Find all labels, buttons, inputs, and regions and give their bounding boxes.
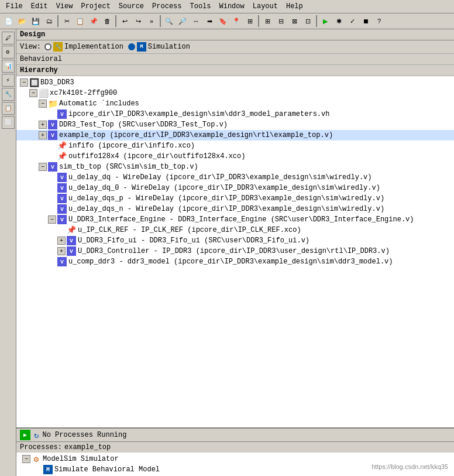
delete-btn[interactable]: 🗑 bbox=[101, 15, 114, 28]
status-text: No Processes Running bbox=[42, 431, 126, 439]
menu-source[interactable]: Source bbox=[115, 1, 147, 12]
copy-btn[interactable]: 📋 bbox=[74, 15, 87, 28]
paste-btn[interactable]: 📌 bbox=[87, 15, 100, 28]
tree-item-label: infifo (ipcore_dir\infifo.xco) bbox=[68, 142, 195, 150]
menu-view[interactable]: View bbox=[53, 1, 77, 12]
cut-btn[interactable]: ✂ bbox=[60, 15, 73, 28]
bookmark-btn[interactable]: 🔖 bbox=[216, 15, 229, 28]
processes-target: example_top bbox=[64, 443, 111, 451]
proc-collapse-btn[interactable]: − bbox=[22, 455, 30, 463]
save-all-btn[interactable]: 🗂 bbox=[43, 15, 56, 28]
side-btn-2[interactable]: ⚙ bbox=[2, 46, 15, 59]
collapse-btn[interactable]: − bbox=[39, 100, 47, 108]
expand-btn[interactable]: + bbox=[57, 247, 66, 255]
tree-item[interactable]: −vsim_tb_top (SRC\sim\sim_tb_top.v) bbox=[16, 162, 454, 172]
replace-btn[interactable]: ↔ bbox=[190, 15, 202, 28]
check-btn[interactable]: ✓ bbox=[346, 15, 359, 28]
tree-item-label: u_delay_dqs_n - WireDelay (ipcore_dir\IP… bbox=[68, 205, 384, 213]
grid-btn[interactable]: ⊞ bbox=[261, 15, 274, 28]
expand-btn[interactable]: + bbox=[39, 121, 47, 129]
find-btn[interactable]: 🔎 bbox=[176, 15, 189, 28]
collapse-btn[interactable]: − bbox=[39, 163, 47, 171]
side-btn-5[interactable]: 🔧 bbox=[2, 88, 15, 101]
menu-tools[interactable]: Tools bbox=[187, 1, 215, 12]
collapse-btn[interactable]: − bbox=[20, 78, 28, 87]
tree-item-label: u_delay_dq - WireDelay (ipcore_dir\IP_DD… bbox=[68, 173, 372, 182]
help2-btn[interactable]: ? bbox=[373, 15, 386, 28]
tree-item[interactable]: 📌u_IP_CLK_REF - IP_CLK_REF (ipcore_dir\I… bbox=[16, 225, 454, 235]
expand-btn[interactable]: + bbox=[57, 237, 66, 245]
tree-item-label: U_DDR3_Controller - IP_DDR3 (ipcore_dir\… bbox=[78, 247, 390, 255]
node-icon: 📌 bbox=[57, 152, 67, 161]
radio-impl-circle bbox=[44, 43, 51, 50]
proc-icon: ⚙ bbox=[32, 454, 41, 464]
tree-item[interactable]: +vU_DDR3_Fifo_ui - DDR3_Fifo_ui (SRC\use… bbox=[16, 235, 454, 246]
new-btn[interactable]: 📄 bbox=[2, 15, 15, 28]
tree-item[interactable]: vu_delay_dqs_n - WireDelay (ipcore_dir\I… bbox=[16, 204, 454, 214]
toolbar: 📄 📂 💾 🗂 ✂ 📋 📌 🗑 ↩ ↪ » 🔍 🔎 ↔ ➡ 🔖 📍 ⊞ ⊞ ⊟ … bbox=[0, 13, 454, 29]
node-icon: v bbox=[57, 204, 67, 214]
node-icon: v bbox=[57, 183, 67, 193]
side-btn-4[interactable]: ⚡ bbox=[2, 74, 15, 87]
tree-item[interactable]: vu_delay_dq - WireDelay (ipcore_dir\IP_D… bbox=[16, 172, 454, 183]
menu-window[interactable]: Window bbox=[216, 1, 248, 12]
menu-project[interactable]: Project bbox=[77, 1, 114, 12]
tree-item[interactable]: 📌outfifo128x4 (ipcore_dir\outfifo128x4.x… bbox=[16, 151, 454, 162]
grid4-btn[interactable]: ⊡ bbox=[301, 15, 314, 28]
content-area: Design View: 🔧 Implementation M Simulati… bbox=[16, 29, 454, 476]
node-icon: ⬜ bbox=[39, 88, 48, 98]
node-icon: v bbox=[48, 162, 57, 172]
tree-item[interactable]: −⬜xc7k410t-2ffg900 bbox=[16, 88, 454, 98]
side-btn-1[interactable]: 🖊 bbox=[2, 32, 15, 44]
tree-item[interactable]: −📁Automatic `includes bbox=[16, 98, 454, 109]
grid3-btn[interactable]: ⊠ bbox=[288, 15, 301, 28]
menu-edit[interactable]: Edit bbox=[27, 1, 51, 12]
status-run-btn[interactable]: ▶ bbox=[20, 430, 30, 440]
tree-item[interactable]: vu_delay_dqs_p - WireDelay (ipcore_dir\I… bbox=[16, 193, 454, 204]
radio-implementation[interactable]: 🔧 Implementation bbox=[44, 42, 123, 52]
undo-btn[interactable]: ↩ bbox=[118, 15, 131, 28]
tree-item[interactable]: +vDDR3_Test_Top (SRC\user\DDR3_Test_Top.… bbox=[16, 119, 454, 130]
tree-item[interactable]: vu_comp_ddr3 - ddr3_model (ipcore_dir\IP… bbox=[16, 256, 454, 267]
wand-btn[interactable]: ✱ bbox=[332, 15, 345, 28]
tree-item[interactable]: 📌infifo (ipcore_dir\infifo.xco) bbox=[16, 141, 454, 151]
side-btn-7[interactable]: ⬜ bbox=[2, 116, 15, 129]
collapse-btn[interactable]: − bbox=[48, 215, 56, 224]
hierarchy-header: Hierarchy bbox=[16, 65, 454, 76]
more-btn[interactable]: » bbox=[145, 15, 158, 28]
side-btn-3[interactable]: 📊 bbox=[2, 60, 15, 73]
radio-sim-circle bbox=[128, 43, 135, 50]
tree-item-label: u_comp_ddr3 - ddr3_model (ipcore_dir\IP_… bbox=[68, 258, 393, 266]
menu-layout[interactable]: Layout bbox=[249, 1, 281, 12]
collapse-btn[interactable]: − bbox=[29, 89, 37, 97]
tree-container[interactable]: −🔲BD3_DDR3−⬜xc7k410t-2ffg900−📁Automatic … bbox=[16, 76, 454, 427]
tree-item[interactable]: −vU_DDR3_Interface_Engine - DDR3_Interfa… bbox=[16, 214, 454, 225]
tree-item[interactable]: +vU_DDR3_Controller - IP_DDR3 (ipcore_di… bbox=[16, 246, 454, 256]
mark-btn[interactable]: 📍 bbox=[230, 15, 243, 28]
node-icon: v bbox=[48, 120, 57, 129]
grid2-btn[interactable]: ⊟ bbox=[274, 15, 287, 28]
tree-item[interactable]: vipcore_dir\IP_DDR3\example_design\sim\d… bbox=[16, 109, 454, 119]
tree-item[interactable]: vu_delay_dq_0 - WireDelay (ipcore_dir\IP… bbox=[16, 183, 454, 193]
side-btn-6[interactable]: 📋 bbox=[2, 102, 15, 115]
run-btn[interactable]: ▶ bbox=[319, 15, 332, 28]
sep4 bbox=[258, 15, 259, 27]
menu-help[interactable]: Help bbox=[283, 1, 307, 12]
behavioral-label: Behavioral bbox=[20, 55, 62, 63]
menu-process[interactable]: Process bbox=[149, 1, 185, 12]
expand-btn[interactable]: ⊞ bbox=[243, 15, 256, 28]
menu-file[interactable]: File bbox=[2, 1, 26, 12]
radio-simulation[interactable]: M Simulation bbox=[128, 42, 190, 52]
stop-btn[interactable]: ⏹ bbox=[359, 15, 372, 28]
goto-btn[interactable]: ➡ bbox=[203, 15, 216, 28]
tree-item-label: U_DDR3_Fifo_ui - DDR3_Fifo_ui (SRC\user\… bbox=[78, 237, 309, 245]
tree-item[interactable]: −🔲BD3_DDR3 bbox=[16, 77, 454, 88]
tree-item[interactable]: +vexample_top (ipcore_dir\IP_DDR3\exampl… bbox=[16, 130, 454, 141]
view-label: View: bbox=[20, 43, 41, 51]
impl-label: Implementation bbox=[64, 43, 123, 51]
save-btn[interactable]: 💾 bbox=[29, 15, 42, 28]
redo-btn[interactable]: ↪ bbox=[132, 15, 145, 28]
search-btn[interactable]: 🔍 bbox=[163, 15, 176, 28]
expand-btn[interactable]: + bbox=[39, 131, 47, 139]
open-btn[interactable]: 📂 bbox=[16, 15, 29, 28]
